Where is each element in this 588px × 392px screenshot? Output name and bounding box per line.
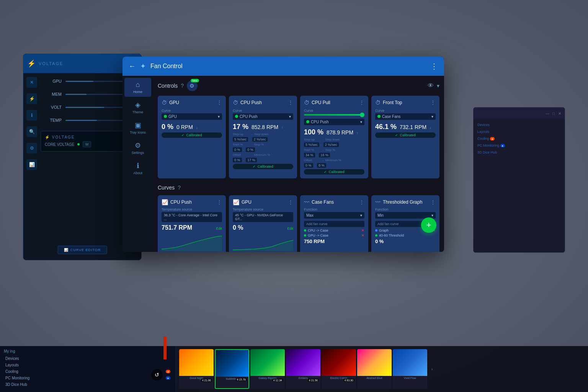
curve-editor-button[interactable]: 📊 CURVE EDITOR (58, 246, 107, 254)
home-icon: ⌂ (136, 81, 140, 89)
wallpaper-thumbnails: 4 21.06 Good Night 4 15.78 Subliminal 4 … (176, 346, 588, 392)
minimize-icon[interactable]: — (546, 111, 549, 115)
sidebar-item-home[interactable]: ⌂ Home (124, 78, 151, 97)
wallpaper-electric-colors[interactable]: 4 63.90 Electric Colors (322, 349, 356, 389)
case-fans-tag-remove-0[interactable]: ✕ (361, 229, 364, 232)
gpu-curve-label: Curve (162, 109, 222, 113)
bg-icon-1[interactable]: ✕ (26, 77, 37, 88)
menu-item-pc-monitoring[interactable]: PC Monitoring ● (4, 375, 172, 381)
menu-item-3d-dice[interactable]: 3D Dice Hub (4, 382, 172, 387)
controls-settings-button[interactable]: ⚙ New (187, 80, 198, 91)
wallpaper-galaxy-ripples[interactable]: 4 12.34 Galaxy Ripples (250, 349, 285, 389)
cpu-push-settings: Step up - Step down 5 %/sec - 2 %/sec St… (233, 132, 293, 162)
cpu-push-graph (162, 234, 222, 252)
wallpaper-good-night[interactable]: 4 21.06 Good Night (179, 349, 214, 389)
threshold-rpm: 0 % (375, 238, 436, 244)
bg-right-body: Devices Layouts Cooling ● PC Monitoring … (474, 119, 565, 158)
curve-card-case-fans: 〰 Case Fans ⋮ Function Max ▾ Add fan cur… (300, 195, 368, 252)
controls-help-icon[interactable]: ? (181, 83, 184, 89)
wallpaper-embers[interactable]: 4 21.56 Embers (286, 349, 320, 389)
bg-icon-6[interactable]: 📊 (26, 159, 37, 170)
gpu-curve-select[interactable]: GPU ▾ (162, 113, 222, 120)
wp-img-good-night (179, 349, 214, 376)
back-button[interactable]: ← (129, 62, 136, 70)
threshold-menu[interactable]: ⋮ (430, 199, 436, 205)
eye-dropdown-icon[interactable]: ▾ (437, 83, 439, 89)
front-top-menu[interactable]: ⋮ (430, 100, 436, 106)
bg-left-icons: ✕ ⚡ ℹ 🔍 ⚙ 📊 (26, 77, 37, 170)
wp-img-galaxy (250, 349, 285, 376)
cpu-push-menu[interactable]: ⋮ (288, 100, 293, 106)
sidebar-item-settings[interactable]: ⚙ Settings (124, 138, 151, 158)
wallpaper-subliminal[interactable]: 4 15.78 Subliminal (215, 349, 249, 389)
cpu-pull-calibrated-badge: ✓ Calibrated (304, 169, 364, 175)
sidebar-item-tray-icons[interactable]: ▣ Tray Icons (124, 118, 151, 137)
bg-icon-5[interactable]: ⚙ (26, 143, 37, 154)
bg-icon-2[interactable]: ⚡ (26, 93, 37, 104)
case-fans-menu[interactable]: ⋮ (359, 199, 364, 205)
sidebar-item-about[interactable]: ℹ About (124, 158, 151, 178)
cpu-pull-curve-select[interactable]: CPU Push ▾ (304, 119, 364, 125)
wp-timer-1: 4 15.78 (236, 378, 247, 381)
bg-left-title: VOLTAGE (39, 61, 63, 66)
bottom-menu-title: My ing (4, 349, 172, 353)
menu-item-layouts[interactable]: Layouts (4, 362, 172, 368)
bg-right-header: — □ ✕ (474, 108, 565, 119)
wallpaper-next-button[interactable]: › (428, 349, 436, 389)
gpu-curve-menu[interactable]: ⋮ (288, 199, 293, 205)
wp-label-6: Vivid Flow (393, 376, 427, 380)
fan-card-cpu-pull: ⏱ CPU Pull ⋮ Curve CPU Push ▾ 100 % 878.… (300, 96, 368, 178)
cpu-push-curve-menu[interactable]: ⋮ (217, 199, 222, 205)
wp-img-abstract (357, 349, 392, 376)
front-top-title: Front Top (383, 100, 428, 105)
maximize-icon[interactable]: □ (552, 111, 555, 115)
front-top-curve-select[interactable]: Case Fans ▾ (375, 113, 436, 120)
cpu-push-curve-select[interactable]: CPU Push ▾ (233, 113, 293, 120)
controls-section-header: Controls ? ⚙ New 👁 ▾ (158, 80, 439, 91)
wallpaper-vivid[interactable]: Vivid Flow (393, 349, 427, 389)
menu-item-cooling[interactable]: Cooling ● (4, 369, 172, 374)
wp-timer-0: 4 21.06 (201, 379, 212, 382)
add-fab-button[interactable]: + (421, 217, 436, 233)
cpu-pull-curve-label: Curve (304, 109, 364, 113)
menu-item-devices[interactable]: Devices (4, 356, 172, 361)
front-top-calibrated-badge: ✓ Calibrated (375, 132, 436, 138)
case-fans-func-select[interactable]: Max ▾ (304, 212, 364, 219)
wallpaper-abstract[interactable]: Abstract Blue (357, 349, 392, 389)
more-options-button[interactable]: ⋮ (430, 62, 438, 71)
bottom-left-menu: My ing Devices Layouts Cooling ● PC Moni… (0, 346, 176, 392)
case-fans-add-curve-button[interactable]: Add fan curve (304, 221, 364, 227)
gpu-percent: 0 % (162, 123, 173, 131)
gpu-curve-edit-button[interactable]: Edit (287, 227, 293, 230)
bottom-menu-items: Devices Layouts Cooling ● PC Monitoring … (4, 356, 172, 387)
curve-card-cpu-push: 📈 CPU Push ⋮ Temperature source 36.3 °C … (158, 195, 226, 252)
threshold-tag-dot-1 (375, 234, 377, 237)
cpu-pull-fan-icon: ⏱ (304, 100, 309, 106)
bg-row-mem: MEM (41, 92, 136, 96)
bg-icon-3[interactable]: ℹ (26, 110, 37, 121)
case-fans-rpm: 750 RPM (304, 238, 364, 244)
front-top-rpm: 732.1 RPM (400, 124, 426, 130)
cpu-push-edit-button[interactable]: Edit (216, 227, 222, 230)
bg-row-volt: VOLT (41, 105, 136, 109)
case-fans-tag-remove-1[interactable]: ✕ (361, 234, 364, 237)
threshold-tag-text-1: 40-60 Threshold (379, 234, 431, 237)
gpu-temp-source: 45 °C - GPU - NVIDIA GeForce GT... (233, 212, 293, 222)
cpu-pull-menu[interactable]: ⋮ (359, 100, 364, 106)
curves-help-icon[interactable]: ? (178, 185, 181, 191)
rotate-button[interactable]: ↺ (151, 369, 163, 381)
gpu-curve-rpm: 0 % (233, 224, 243, 231)
visibility-button[interactable]: 👁 (428, 82, 434, 89)
gpu-card-menu[interactable]: ⋮ (217, 100, 222, 106)
close-icon[interactable]: ✕ (558, 111, 562, 115)
fan-card-gpu: ⏱ GPU ⋮ Curve GPU ▾ 0 % 0 RPM ↓ ✓ Calibr… (158, 96, 226, 178)
wp-img-vivid (393, 349, 427, 376)
case-fans-curve-title: Case Fans (312, 199, 357, 205)
cpu-pull-slider[interactable] (304, 114, 364, 116)
cpu-pull-percent: 100 % (304, 128, 323, 136)
bg-icon-4[interactable]: 🔍 (26, 126, 37, 137)
case-fans-tag-text-0: CPU -> Case (308, 229, 360, 232)
sidebar-item-theme[interactable]: ◈ Theme (124, 98, 151, 117)
cpu-push-percent: 17 % (233, 123, 248, 131)
bottom-bar: ↺ My ing Devices Layouts Cooling ● PC Mo… (0, 346, 588, 392)
